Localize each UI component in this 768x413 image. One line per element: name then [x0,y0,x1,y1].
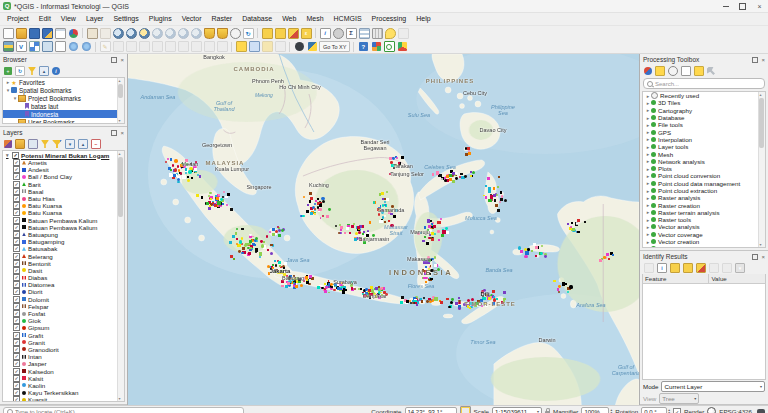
style-manager-button[interactable] [67,28,79,39]
layer-item-diorit[interactable]: Diorit [3,288,124,295]
menu-web[interactable]: Web [277,13,301,25]
processing-group-raster-terrain-analysis[interactable]: ▸Raster terrain analysis [643,209,765,216]
coordinate-input[interactable] [405,407,457,413]
menu-project[interactable]: Project [2,13,34,25]
layer-checkbox[interactable] [13,188,20,195]
layer-checkbox[interactable] [13,346,20,353]
layer-item-batusabak[interactable]: Batusabak [3,245,124,252]
layer-item-bentonit[interactable]: Bentonit [3,260,124,267]
add-vector-layer-button[interactable]: V [15,41,27,52]
browser-scrollbar[interactable] [117,78,124,123]
identify-selected-button[interactable] [670,263,680,273]
identify-column-feature[interactable]: Feature [643,274,709,283]
collapse-all-layers-button[interactable]: ▴ [78,139,88,149]
layer-checkbox[interactable] [13,324,20,331]
locate-input[interactable] [15,409,240,413]
layer-checkbox[interactable] [13,310,20,317]
new-spatial-bookmark-button[interactable] [203,28,215,39]
processing-group-gps[interactable]: ▸GPS [643,128,765,135]
project-open-button[interactable] [15,28,27,39]
rotation-input[interactable] [641,407,667,413]
filter-browser-button[interactable] [28,67,36,75]
processing-group-vector-creation[interactable]: ▸Vector creation [643,238,765,245]
processing-options-button[interactable] [707,67,715,75]
layer-item-basal[interactable]: Basal [3,188,124,195]
processing-group-database[interactable]: ▸Database [643,114,765,121]
layer-checkbox[interactable] [13,368,20,375]
layers-scrollbar[interactable] [117,151,124,401]
layer-checkbox[interactable] [13,375,20,382]
osm-place-search-button[interactable] [383,41,395,52]
expand-all-layers-button[interactable]: ▾ [65,139,75,149]
layer-checkbox[interactable] [13,238,20,245]
identify-mode-select[interactable]: Current Layer▾ [661,381,765,392]
layer-checkbox[interactable] [13,181,20,188]
python-console-button[interactable] [306,41,318,52]
layer-item-kalsedon[interactable]: Kalsedon [3,367,124,374]
layer-item-batuapung[interactable]: Batuapung [3,231,124,238]
browser-close-button[interactable]: × [120,57,124,63]
layer-item-ametis[interactable]: Ametis [3,159,124,166]
layer-item-kuarsit[interactable]: Kuarsit [3,396,124,402]
project-save-button[interactable] [28,28,40,39]
temporal-controller-button[interactable] [229,28,241,39]
processing-group-recently-used[interactable]: ▸Recently used [643,92,765,99]
results-viewer-button[interactable] [681,66,691,76]
measure-line-button[interactable] [371,28,383,39]
browser-item-indonesia[interactable]: Indonesia [3,110,124,118]
identify-view-select[interactable]: Tree▾ [659,393,699,404]
go-to-xy-button[interactable]: Go To XY [319,41,350,52]
collapse-all-browser-button[interactable]: ▴ [39,66,49,76]
layer-checkbox[interactable] [13,231,20,238]
layer-checkbox[interactable] [13,339,20,346]
layer-labeling-options-button[interactable] [248,41,260,52]
browser-item-batas-laut[interactable]: batas laut [3,102,124,110]
layer-item-felspar[interactable]: Felspar [3,303,124,310]
menu-hcmgis[interactable]: HCMGIS [329,13,367,25]
run-feature-action-button[interactable] [332,28,344,39]
layer-checkbox[interactable] [13,353,20,360]
layer-checkbox[interactable] [13,303,20,310]
minimize-button[interactable] [717,0,734,12]
menu-settings[interactable]: Settings [108,13,143,25]
browser-dock-button[interactable] [111,57,117,63]
messages-icon[interactable] [757,409,765,413]
magnifier-input[interactable] [581,407,609,413]
menu-edit[interactable]: Edit [34,13,56,25]
layer-item-giok[interactable]: Giok [3,317,124,324]
add-group-button[interactable] [15,139,25,149]
layer-checkbox[interactable] [13,224,20,231]
layer-item-granit[interactable]: Granit [3,339,124,346]
layer-item-batuan-pembawa-kalium[interactable]: Batuan Pembawa Kalium [3,217,124,224]
help-contents-button[interactable]: ? [357,41,369,52]
menu-processing[interactable]: Processing [367,13,412,25]
processing-models-button[interactable] [644,67,652,75]
layer-checkbox[interactable] [13,332,20,339]
project-new-button[interactable] [2,28,14,39]
edit-features-in-place-button[interactable] [655,66,665,76]
layer-checkbox[interactable] [13,267,20,274]
processing-group-mesh[interactable]: ▸Mesh [643,150,765,157]
layer-item-andesit[interactable]: Andesit [3,166,124,173]
identify-features-button[interactable]: i [319,28,331,39]
add-wfs-layer-button[interactable] [80,41,92,52]
layer-checkbox[interactable] [13,253,20,260]
layer-checkbox[interactable] [13,281,20,288]
layer-item-diabas[interactable]: Diabas [3,274,124,281]
add-wms-layer-button[interactable] [67,41,79,52]
layer-item-ball-bond-clay[interactable]: Ball / Bond Clay [3,173,124,180]
processing-group-raster-analysis[interactable]: ▸Raster analysis [643,194,765,201]
layer-item-belerang[interactable]: Belerang [3,252,124,259]
manage-map-themes-button[interactable] [28,139,38,149]
layer-checkbox[interactable] [13,260,20,267]
processing-group-point-cloud-extraction[interactable]: ▸Point cloud extraction [643,187,765,194]
rotation-spinner[interactable] [668,409,670,413]
layer-checkbox[interactable] [13,159,20,166]
layer-checkbox[interactable] [13,389,20,396]
select-by-expression-button[interactable]: ε [300,28,312,39]
layer-checkbox[interactable] [13,202,20,209]
layer-item-batugamping[interactable]: Batugamping [3,238,124,245]
add-selected-layers-button[interactable]: + [4,67,12,75]
processing-group-vector-general[interactable]: ▸Vector general [643,245,765,248]
processing-group-raster-creation[interactable]: ▸Raster creation [643,201,765,208]
